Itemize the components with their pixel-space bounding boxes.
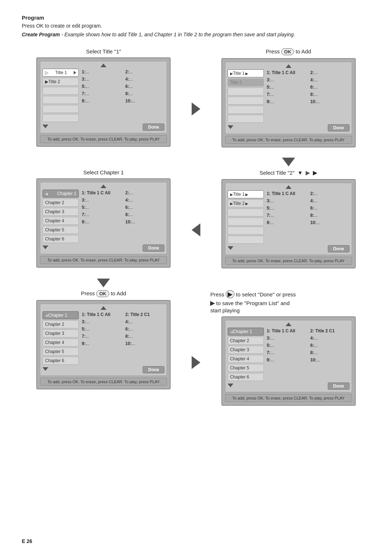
panel6-footer: To add, press OK. To erase, press CLEAR.… xyxy=(225,394,352,402)
panel5-item-1[interactable]: Chapter 2 xyxy=(42,320,79,328)
panel2-item-5 xyxy=(228,115,264,123)
panel6-label: Press ▶ to select "Done" or press ▶ to s… xyxy=(207,290,370,313)
panel5-item-2[interactable]: Chapter 3 xyxy=(42,329,79,337)
panel6-item-2[interactable]: Chapter 3 xyxy=(228,346,264,354)
panel1: ▷Title 1 ▶ Title 2 1:... 2:... 3:... 4:.… xyxy=(36,57,171,147)
panel1-item-3 xyxy=(42,96,79,104)
panel2-label: Press OK to Add xyxy=(266,48,311,55)
panel5-item-5[interactable]: Chapter 6 xyxy=(42,357,79,365)
panel6-right-col: 1: Title 1 C All 2: Title 2 C1 3:... 4:.… xyxy=(266,328,350,381)
panel6-item-4[interactable]: Chapter 5 xyxy=(228,364,264,372)
panel4-item-1[interactable]: ▶ Title 2 ▶ xyxy=(228,199,264,207)
panel4-done-btn[interactable]: Done xyxy=(328,245,350,252)
panel5-left-col: ◀ Chapter 1 Chapter 2 Chapter 3 Chapter … xyxy=(42,311,79,365)
panel2-ok-btn[interactable]: OK xyxy=(281,48,294,55)
section-desc: Press OK to create or edit program. xyxy=(22,23,370,29)
panel3-item-0[interactable]: ◀ Chapter 1 xyxy=(42,190,79,198)
panel5-label: Press OK to Add xyxy=(81,290,126,297)
panel1-item-1[interactable]: ▶ Title 2 xyxy=(42,78,79,86)
panel3-left-col: ◀ Chapter 1 Chapter 2 Chapter 3 Chapter … xyxy=(42,190,79,243)
panel4-item-0[interactable]: ▶ Title 1 ▶ xyxy=(228,190,264,198)
panel2-item-1[interactable]: Title 2 xyxy=(228,78,264,86)
panel3-item-1[interactable]: Chapter 2 xyxy=(42,199,79,207)
panel1-item-4 xyxy=(42,105,79,113)
panel5-done-btn[interactable]: Done xyxy=(143,366,164,373)
panel4-item-5 xyxy=(228,236,264,244)
panel3-label: Select Chapter 1 xyxy=(83,169,124,175)
panel2-left-col: ▶ Title 1 ▶ Title 2 xyxy=(228,69,264,123)
panel3-item-4[interactable]: Chapter 5 xyxy=(42,226,79,234)
panel6-item-5[interactable]: Chapter 6 xyxy=(228,373,264,381)
panel6-item-1[interactable]: Chapter 2 xyxy=(228,337,264,345)
panel1-container: Select Title "1" ▷Title 1 ▶ Title 2 xyxy=(22,48,185,147)
panel5-container: Press OK to Add ◀ Chapter 1 Chapter 2 Ch… xyxy=(22,290,185,389)
panel3-done-btn[interactable]: Done xyxy=(143,244,164,252)
panel3-item-5[interactable]: Chapter 6 xyxy=(42,235,79,243)
italic-note: Create Program - Example shows how to ad… xyxy=(22,32,370,37)
panel2-item-2 xyxy=(228,88,264,96)
arrow-panel1-to-panel2 xyxy=(185,102,207,116)
panel3-footer: To add, press OK. To erase, press CLEAR.… xyxy=(40,256,167,264)
page-number: E 26 xyxy=(22,538,32,544)
panel3-item-3[interactable]: Chapter 4 xyxy=(42,217,79,225)
panel1-right-col: 1:... 2:... 3:... 4:... 5:... 6:... 7:..… xyxy=(81,69,164,122)
panel6-done-btn[interactable]: Done xyxy=(328,382,350,390)
panel2-item-3 xyxy=(228,97,264,105)
panel4-item-2 xyxy=(228,208,264,216)
panel1-item-2 xyxy=(42,87,79,95)
panel2-done-btn[interactable]: Done xyxy=(328,124,350,131)
panel4-container: Select Title "2" ▼ ▶ ▶ ▶ Title 1 ▶ ▶ Tit… xyxy=(207,169,370,268)
panel2-right-col: 1: Title 1 C All 2:... 3:... 4:... 5:...… xyxy=(266,69,350,123)
panel4-right-col: 1: Title 1 C All 2:... 3:... 4:... 5:...… xyxy=(266,190,350,244)
panel4-left-col: ▶ Title 1 ▶ ▶ Title 2 ▶ xyxy=(228,190,264,244)
panel4: ▶ Title 1 ▶ ▶ Title 2 ▶ 1: Title 1 C All… xyxy=(221,179,356,268)
panel6-item-0[interactable]: ◀ Chapter 1 xyxy=(228,328,264,336)
panel2-item-0[interactable]: ▶ Title 1 ▶ xyxy=(228,69,264,77)
panel5: ◀ Chapter 1 Chapter 2 Chapter 3 Chapter … xyxy=(36,300,171,389)
panel4-down-arrow: ▼ xyxy=(298,170,303,176)
arrow-panel5-to-panel6 xyxy=(185,356,207,369)
panel4-footer: To add, press OK. To erase, press CLEAR.… xyxy=(225,257,352,265)
panel2-footer: To add, press OK. To erase, press CLEAR.… xyxy=(225,136,352,144)
panel5-item-0[interactable]: ◀ Chapter 1 xyxy=(42,311,79,319)
panel4-play-arrow: ▶ xyxy=(313,169,317,176)
arrow-panel3-down xyxy=(97,276,110,290)
panel6-left-col: ◀ Chapter 1 Chapter 2 Chapter 3 Chapter … xyxy=(228,328,264,381)
panel1-footer: To add, press OK. To erase, press CLEAR.… xyxy=(40,135,167,143)
arrow-panel2-down xyxy=(282,155,295,169)
panel1-label: Select Title "1" xyxy=(86,48,121,54)
panel3: ◀ Chapter 1 Chapter 2 Chapter 3 Chapter … xyxy=(36,178,171,268)
panel1-done-btn[interactable]: Done xyxy=(143,123,164,131)
panel2-item-4 xyxy=(228,106,264,114)
panel1-item-0[interactable]: ▷Title 1 xyxy=(42,69,79,77)
panel5-right-col: 1: Title 1 C All 2: Title 2 C1 3:... 4:.… xyxy=(81,311,164,365)
panel4-label: Select Title "2" ▼ ▶ ▶ xyxy=(260,169,317,176)
panel2-container: Press OK to Add ▶ Title 1 ▶ Title 2 xyxy=(207,48,370,147)
panel4-item-3 xyxy=(228,218,264,226)
panel3-container: Select Chapter 1 ◀ Chapter 1 Chapter 2 C… xyxy=(22,169,185,268)
panel6: ◀ Chapter 1 Chapter 2 Chapter 3 Chapter … xyxy=(221,316,356,406)
panel5-item-3[interactable]: Chapter 4 xyxy=(42,339,79,347)
panel5-item-4[interactable]: Chapter 5 xyxy=(42,348,79,356)
panel3-right-col: 1: Title 1 C All 2:... 3:... 4:... 5:...… xyxy=(81,190,164,243)
panel4-item-4 xyxy=(228,227,264,235)
panel1-item-5 xyxy=(42,114,79,122)
section-title: Program xyxy=(22,15,370,21)
arrow-panel4-to-panel3 xyxy=(185,223,207,236)
panel2: ▶ Title 1 ▶ Title 2 1: Title 1 C All 2:.… xyxy=(221,58,356,147)
panel3-item-2[interactable]: Chapter 3 xyxy=(42,208,79,216)
panel1-left-col: ▷Title 1 ▶ Title 2 xyxy=(42,69,79,122)
panel5-ok-btn[interactable]: OK xyxy=(96,290,109,297)
panel6-container: Press ▶ to select "Done" or press ▶ to s… xyxy=(207,290,370,406)
panel6-item-3[interactable]: Chapter 4 xyxy=(228,355,264,363)
panel5-footer: To add, press OK. To erase, press CLEAR.… xyxy=(40,378,167,386)
